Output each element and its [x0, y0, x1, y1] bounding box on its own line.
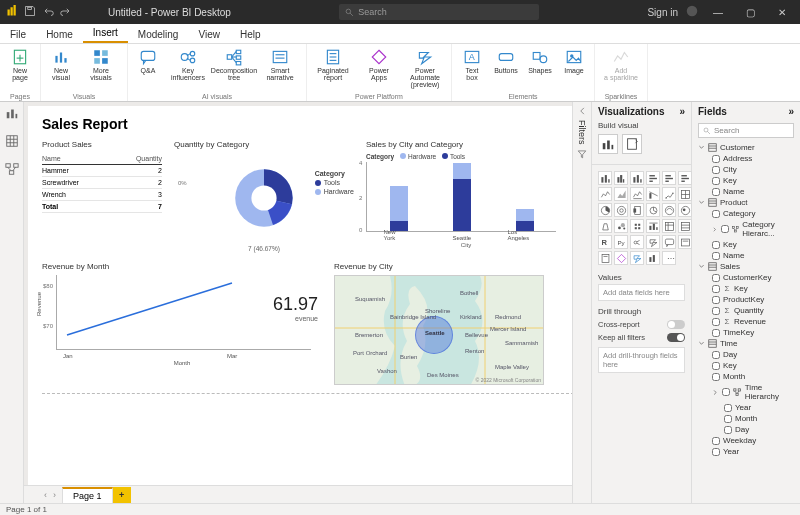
ribbon-paginated-report[interactable]: Paginatedreport — [311, 46, 355, 88]
report-view-icon[interactable] — [5, 106, 19, 124]
field-name[interactable]: Name — [698, 186, 798, 197]
window-close[interactable]: ✕ — [770, 7, 794, 18]
viz-type-25[interactable]: Py — [614, 235, 628, 249]
data-view-icon[interactable] — [5, 134, 19, 152]
field-key[interactable]: Key — [698, 239, 798, 250]
save-icon[interactable] — [24, 5, 36, 19]
field-time-hierarchy[interactable]: Time Hierarchy — [698, 382, 798, 402]
field-weekday[interactable]: Weekday — [698, 435, 798, 446]
viz-type-14[interactable] — [630, 203, 644, 217]
viz-type-16[interactable] — [662, 203, 676, 217]
build-visual-tab[interactable] — [598, 134, 618, 154]
viz-type-10[interactable] — [662, 187, 676, 201]
field-productkey[interactable]: ProductKey — [698, 294, 798, 305]
field-city[interactable]: City — [698, 164, 798, 175]
viz-type-30[interactable] — [598, 251, 612, 265]
viz-type-1[interactable] — [614, 171, 628, 185]
page-tab[interactable]: Page 1 — [62, 487, 113, 503]
keep-filters-toggle[interactable] — [667, 333, 685, 342]
ribbon-text-box[interactable]: ATextbox — [456, 46, 488, 81]
window-maximize[interactable]: ▢ — [738, 7, 762, 18]
field-key[interactable]: ΣKey — [698, 283, 798, 294]
viz-type-3[interactable] — [646, 171, 660, 185]
viz-type-33[interactable] — [646, 251, 660, 265]
viz-type-20[interactable] — [630, 219, 644, 233]
ribbon-more-visuals[interactable]: Morevisuals — [79, 46, 123, 81]
visual-revenue-by-city[interactable]: Revenue by City — [334, 262, 544, 385]
viz-type-21[interactable] — [646, 219, 660, 233]
ribbon-new-visual[interactable]: Newvisual — [45, 46, 77, 81]
format-visual-tab[interactable] — [622, 134, 642, 154]
viz-type-24[interactable]: R — [598, 235, 612, 249]
values-field-well[interactable]: Add data fields here — [598, 284, 685, 301]
drill-field-well[interactable]: Add drill-through fields here — [598, 347, 685, 373]
tab-view[interactable]: View — [188, 26, 230, 43]
field-day[interactable]: Day — [698, 424, 798, 435]
viz-type-31[interactable] — [614, 251, 628, 265]
tab-insert[interactable]: Insert — [83, 24, 128, 43]
viz-type-0[interactable] — [598, 171, 612, 185]
pages-chevron-left-icon[interactable]: ‹ — [44, 490, 47, 500]
table-customer[interactable]: Customer — [698, 142, 798, 153]
ribbon-smart-narrative[interactable]: Smartnarrative — [258, 46, 302, 81]
model-view-icon[interactable] — [5, 162, 19, 180]
viz-type-8[interactable] — [630, 187, 644, 201]
viz-type-12[interactable] — [598, 203, 612, 217]
field-name[interactable]: Name — [698, 250, 798, 261]
field-customerkey[interactable]: CustomerKey — [698, 272, 798, 283]
table-time[interactable]: Time — [698, 338, 798, 349]
visual-quantity-by-category[interactable]: Quantity by Category 0% 7 (46.67%) Categ… — [174, 140, 354, 252]
viz-type-4[interactable] — [662, 171, 676, 185]
window-minimize[interactable]: — — [706, 7, 730, 18]
field-key[interactable]: Key — [698, 360, 798, 371]
avatar[interactable] — [686, 5, 698, 19]
field-quantity[interactable]: ΣQuantity — [698, 305, 798, 316]
viz-type-18[interactable] — [598, 219, 612, 233]
viz-type-23[interactable] — [678, 219, 692, 233]
ribbon-shapes[interactable]: Shapes — [524, 46, 556, 81]
table-sales[interactable]: Sales — [698, 261, 798, 272]
table-product[interactable]: Product — [698, 197, 798, 208]
ribbon-q-a[interactable]: Q&A — [132, 46, 164, 81]
field-timekey[interactable]: TimeKey — [698, 327, 798, 338]
collapse-icon[interactable]: » — [679, 106, 685, 117]
viz-type-22[interactable] — [662, 219, 676, 233]
ribbon-power-apps[interactable]: PowerApps — [357, 46, 401, 88]
field-revenue[interactable]: ΣRevenue — [698, 316, 798, 327]
field-month[interactable]: Month — [698, 371, 798, 382]
viz-type-27[interactable] — [646, 235, 660, 249]
viz-type-6[interactable] — [598, 187, 612, 201]
field-day[interactable]: Day — [698, 349, 798, 360]
viz-type-34[interactable]: ⋯ — [662, 251, 676, 265]
field-address[interactable]: Address — [698, 153, 798, 164]
visual-revenue-by-month[interactable]: Revenue by Month Revenue $80 $70 Jan Mar… — [42, 262, 322, 385]
viz-type-11[interactable] — [678, 187, 692, 201]
ribbon-key-influencers[interactable]: Keyinfluencers — [166, 46, 210, 81]
tab-help[interactable]: Help — [230, 26, 271, 43]
field-category-hierarc-[interactable]: Category Hierarc... — [698, 219, 798, 239]
ribbon-image[interactable]: Image — [558, 46, 590, 81]
viz-type-9[interactable] — [646, 187, 660, 201]
tab-modeling[interactable]: Modeling — [128, 26, 189, 43]
ribbon-power-automate-preview-[interactable]: PowerAutomate (preview) — [403, 46, 447, 88]
viz-type-28[interactable] — [662, 235, 676, 249]
visual-sales-city-category[interactable]: Sales by City and Category Category Hard… — [366, 140, 566, 252]
cross-report-toggle[interactable] — [667, 320, 685, 329]
visual-product-sales[interactable]: Product Sales NameQuantity Hammer2Screwd… — [42, 140, 162, 252]
ribbon-decomposition-tree[interactable]: Decompositiontree — [212, 46, 256, 81]
field-year[interactable]: Year — [698, 446, 798, 457]
viz-type-13[interactable] — [614, 203, 628, 217]
viz-type-17[interactable] — [678, 203, 692, 217]
field-key[interactable]: Key — [698, 175, 798, 186]
sign-in-link[interactable]: Sign in — [647, 7, 678, 18]
ribbon-buttons[interactable]: Buttons — [490, 46, 522, 81]
ribbon-new-page[interactable]: Newpage — [4, 46, 36, 81]
pages-chevron-right-icon[interactable]: › — [53, 490, 56, 500]
collapse-icon[interactable]: » — [788, 106, 794, 117]
fields-search[interactable]: Search — [698, 123, 794, 138]
viz-type-2[interactable] — [630, 171, 644, 185]
redo-icon[interactable] — [60, 5, 72, 19]
filters-pane-collapsed[interactable]: Filters — [572, 102, 592, 503]
field-month[interactable]: Month — [698, 413, 798, 424]
viz-type-19[interactable] — [614, 219, 628, 233]
